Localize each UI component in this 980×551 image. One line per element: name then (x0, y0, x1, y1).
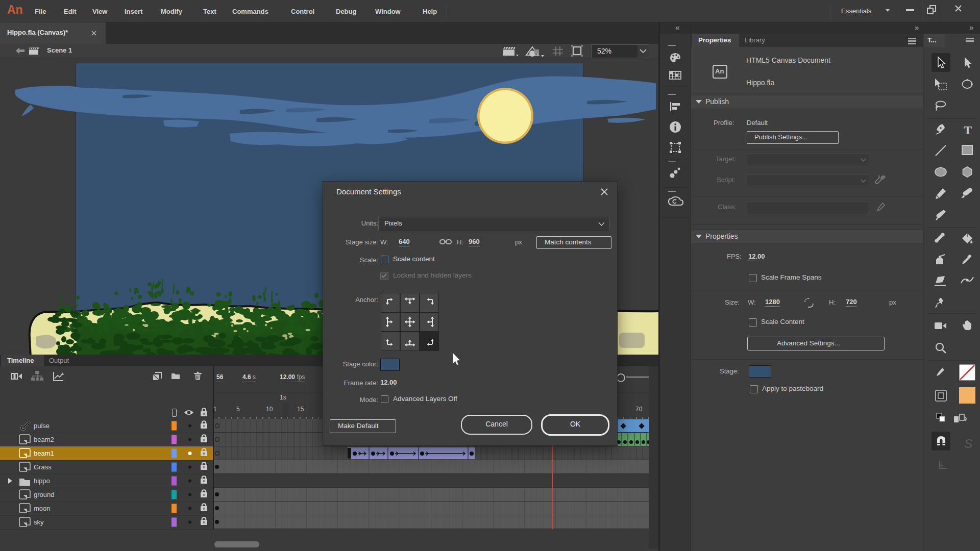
svg-text:▬▬▬: ▬▬▬ (668, 92, 676, 95)
svg-text:S: S (964, 437, 972, 450)
svg-text:T: T (964, 123, 972, 137)
svg-text:▬▬▬: ▬▬▬ (668, 160, 676, 163)
svg-text:▬▬▬: ▬▬▬ (668, 43, 676, 46)
svg-text:▬▬▬: ▬▬▬ (668, 189, 676, 192)
